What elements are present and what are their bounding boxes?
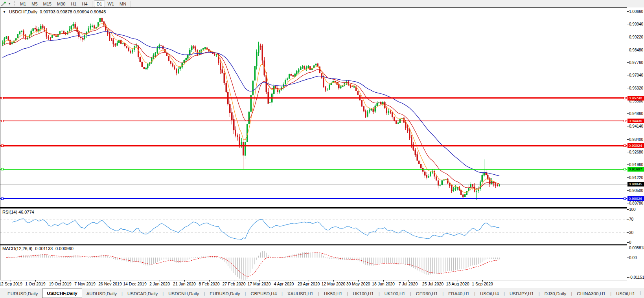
candle-body <box>128 48 129 51</box>
axis-tick-mark <box>627 50 629 50</box>
candle-body <box>294 74 296 77</box>
chart-tab-usoil-h4[interactable]: USOil,H4 <box>476 289 503 298</box>
candle-body <box>392 112 393 117</box>
timeframe-button-MN[interactable]: MN <box>117 0 129 7</box>
hline-handle[interactable] <box>624 197 626 199</box>
chart-tab-dj30-daily[interactable]: DJ30,Daily <box>540 289 571 298</box>
candle-body <box>124 43 125 46</box>
date-label: 12 May 2020 <box>322 282 346 286</box>
candle-body <box>453 190 454 191</box>
timeframe-button-H4[interactable]: H4 <box>79 0 90 7</box>
macd-indicator-canvas[interactable] <box>0 245 627 280</box>
price-tick-1.00660: 1.00660 <box>629 9 643 14</box>
chart-tab-uk100-h1[interactable]: UK100,H1 <box>349 289 378 298</box>
candle-body <box>50 38 51 38</box>
chart-tab-hk50-h1[interactable]: HK50,H1 <box>320 289 347 298</box>
chart-tab-usdjpy-h1[interactable]: USDJPY,H1 <box>505 289 538 298</box>
chart-tab-usdchf-daily[interactable]: USDCHF,Daily <box>42 289 82 298</box>
timeframe-button-W1[interactable]: W1 <box>105 0 117 7</box>
axis-tick-mark <box>627 203 629 203</box>
rsi-indicator-canvas[interactable] <box>0 208 627 244</box>
candle-body <box>430 172 431 176</box>
macd-tick-0.005818: 0.005818 <box>629 246 644 250</box>
hline-handle[interactable] <box>624 145 626 147</box>
candle-body <box>287 79 288 80</box>
tool-dropdown-arrow[interactable]: ▾ <box>7 2 12 5</box>
candle-body <box>472 184 473 186</box>
chart-tab-usdcnh-daily[interactable]: USDCNH,Daily <box>164 289 203 298</box>
timeframe-button-M1[interactable]: M1 <box>17 0 29 7</box>
hline-handle[interactable] <box>1 97 3 99</box>
cursor-tool-icon[interactable] <box>0 0 7 7</box>
timeframe-button-D1[interactable]: D1 <box>94 0 105 7</box>
chart-tab-audusd-daily[interactable]: AUDUSD,Daily <box>82 289 121 298</box>
candle-body <box>180 67 181 69</box>
candle-body <box>23 31 24 35</box>
hline-handle[interactable] <box>1 197 3 199</box>
candle-body <box>99 18 101 22</box>
candle-body <box>275 86 276 88</box>
hline-handle[interactable] <box>1 168 3 170</box>
toolbar-grip[interactable] <box>14 1 15 6</box>
top-toolbar: ▾ M1M5M15M30H1H4D1W1MN <box>0 0 644 7</box>
axis-tick-mark <box>627 190 629 191</box>
chart-tab-ger30-h1[interactable]: GER30,H1 <box>412 289 442 298</box>
hline-handle[interactable] <box>1 145 3 147</box>
candle-body <box>340 87 341 88</box>
candle-body <box>365 111 366 117</box>
chart-tab-xauusd-h1[interactable]: XAUUSD,H1 <box>283 289 318 298</box>
candle-body <box>394 117 395 121</box>
candle-body <box>420 164 421 168</box>
chart-tab-gbpusd-h4[interactable]: GBPUSD,H4 <box>247 289 281 298</box>
candle-body <box>216 55 217 55</box>
macd-tick--0.011514: -0.011514 <box>629 275 644 280</box>
candle-body <box>155 53 156 56</box>
main-chart-canvas[interactable] <box>0 8 627 207</box>
timeframe-button-H1[interactable]: H1 <box>68 0 79 7</box>
candle-body <box>455 188 456 190</box>
date-label: 13 Aug 2020 <box>446 282 469 286</box>
timeframe-button-M5[interactable]: M5 <box>29 0 40 7</box>
candle-body <box>422 168 423 171</box>
candle-body <box>497 185 498 186</box>
timeframe-button-M30[interactable]: M30 <box>54 0 68 7</box>
date-axis: 12 Sep 20191 Oct 201919 Oct 20197 Nov 20… <box>0 280 644 288</box>
candle-body <box>438 181 439 185</box>
candle-body <box>71 26 72 29</box>
cursor-tool-glyph <box>1 1 6 7</box>
chart-tab-eurusd-daily[interactable]: EURUSD,Daily <box>205 289 244 298</box>
chart-tab-fra40-h1[interactable]: FRA40,H1 <box>444 289 474 298</box>
hline-handle[interactable] <box>624 168 626 170</box>
candle-body <box>262 46 263 60</box>
candle-body <box>329 85 330 90</box>
price-tick-0.94860: 0.94860 <box>629 112 643 116</box>
price-tick-0.97040: 0.97040 <box>629 73 643 77</box>
hline-price-label-0.93024: 0.93024 <box>627 143 644 148</box>
candle-body <box>111 38 112 40</box>
date-label: 19 Oct 2019 <box>49 282 71 286</box>
hline-handle[interactable] <box>1 120 3 122</box>
axis-tick-mark <box>627 113 629 114</box>
candle-body <box>289 74 290 79</box>
timeframe-button-M15[interactable]: M15 <box>40 0 54 7</box>
date-label: 1 Oct 2019 <box>25 282 45 286</box>
chart-collapse-icon[interactable]: ▼ <box>3 10 6 14</box>
chart-tab-uk100-h1[interactable]: UK100,H1 <box>380 289 410 298</box>
candle-body <box>120 40 121 44</box>
price-tick-0.91220: 0.91220 <box>629 176 643 180</box>
candle-body <box>40 26 41 29</box>
axis-tick-mark <box>627 248 629 248</box>
candle-body <box>470 184 471 187</box>
candle-body <box>115 44 116 46</box>
hline-handle[interactable] <box>624 120 626 122</box>
date-label: 7 Jul 2020 <box>399 282 418 286</box>
axis-tick-mark <box>627 177 629 178</box>
chart-tab-usdcad-daily[interactable]: USDCAD,Daily <box>123 289 162 298</box>
chart-tab-usoil-h1[interactable]: USOil,H1 <box>612 289 639 298</box>
axis-tick-mark <box>627 75 629 75</box>
hline-handle[interactable] <box>624 97 626 99</box>
candle-body <box>306 68 307 69</box>
chart-tab-eurusd-daily[interactable]: EURUSD,Daily <box>3 289 42 298</box>
price-tick-0.98480: 0.98480 <box>629 48 643 52</box>
chart-tab-china300-h1[interactable]: CHINA300,H1 <box>572 289 610 298</box>
